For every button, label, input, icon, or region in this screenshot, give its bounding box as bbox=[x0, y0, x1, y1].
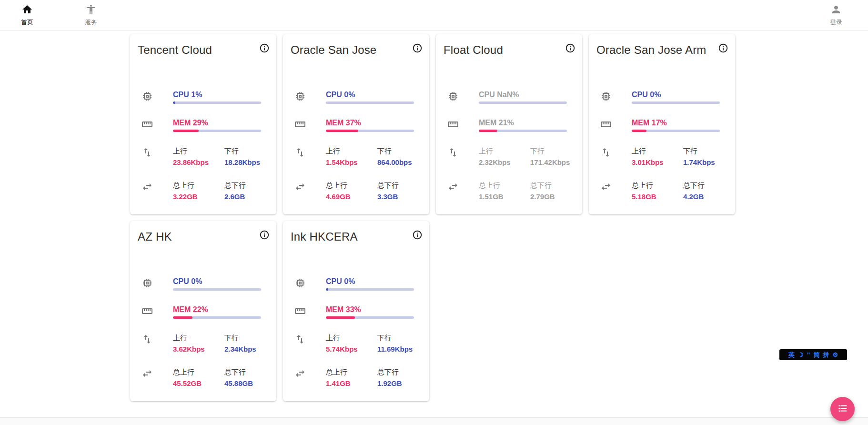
speed-row: 上行 23.86Kbps 下行 18.28Kbps bbox=[141, 147, 261, 166]
total-upload-label: 总上行 bbox=[173, 368, 224, 376]
mem-meter: MEM 29% bbox=[173, 119, 261, 132]
ime-moon-icon[interactable]: ☽ bbox=[798, 352, 804, 358]
ime-english-mode[interactable]: 英 bbox=[788, 352, 795, 358]
server-name: Tencent Cloud bbox=[138, 42, 212, 58]
total-columns: 总上行 4.69GB 总下行 3.3GB bbox=[326, 181, 429, 201]
nav-home-label: 首页 bbox=[21, 18, 33, 27]
nav-left: 首页 服务 bbox=[0, 4, 99, 27]
card-header: Oracle San Jose Arm bbox=[589, 42, 735, 58]
download-speed: 下行 864.00bps bbox=[377, 147, 429, 166]
cpu-progress-bar bbox=[632, 101, 720, 104]
info-icon[interactable] bbox=[412, 230, 423, 240]
memory-ruler-icon bbox=[600, 119, 612, 130]
cpu-progress-bar bbox=[479, 101, 567, 104]
mem-row: MEM 29% bbox=[141, 119, 261, 132]
info-icon[interactable] bbox=[412, 43, 423, 53]
swap-vertical-icon bbox=[294, 147, 306, 158]
total-upload-value: 3.22GB bbox=[173, 193, 224, 201]
ime-toolbar[interactable]: 英 ☽ ’’ 简 拼 ⚙ bbox=[779, 349, 847, 360]
ime-pinyin-mode[interactable]: 拼 bbox=[823, 352, 829, 358]
total-upload-value: 1.51GB bbox=[479, 193, 530, 201]
mem-bar-fill bbox=[479, 130, 497, 132]
upload-speed: 上行 3.01Kbps bbox=[632, 147, 683, 166]
mem-row: MEM 17% bbox=[600, 119, 720, 132]
info-icon[interactable] bbox=[259, 43, 270, 53]
cpu-meter: CPU NaN% bbox=[479, 91, 567, 104]
server-name: AZ HK bbox=[138, 229, 172, 244]
server-card: Float Cloud CPU NaN% bbox=[436, 34, 582, 214]
server-card: AZ HK CPU 0% bbox=[130, 221, 276, 401]
total-download-value: 3.3GB bbox=[377, 193, 429, 201]
nav-login-label: 登录 bbox=[830, 18, 842, 27]
mem-bar-fill bbox=[173, 130, 199, 132]
total-download-label: 总下行 bbox=[530, 181, 582, 190]
mem-progress-bar bbox=[479, 130, 567, 132]
total-upload-label: 总上行 bbox=[326, 368, 377, 376]
info-icon[interactable] bbox=[718, 43, 728, 53]
server-stats: CPU 0% MEM 17% bbox=[589, 91, 735, 201]
total-download: 总下行 4.2GB bbox=[683, 181, 735, 201]
info-icon[interactable] bbox=[259, 230, 270, 240]
mem-usage-label: MEM 33% bbox=[326, 305, 414, 314]
total-upload: 总上行 45.52GB bbox=[173, 368, 224, 387]
cpu-row: CPU 0% bbox=[294, 277, 414, 291]
memory-ruler-icon bbox=[141, 119, 153, 130]
upload-value: 23.86Kbps bbox=[173, 159, 224, 166]
server-list-fab[interactable] bbox=[830, 397, 855, 421]
swap-horizontal-icon bbox=[294, 368, 306, 379]
mem-usage-label: MEM 21% bbox=[479, 119, 567, 127]
download-label: 下行 bbox=[377, 147, 429, 155]
total-row: 总上行 1.51GB 总下行 2.79GB bbox=[447, 181, 567, 201]
total-download-value: 45.88GB bbox=[224, 380, 276, 387]
total-upload: 总上行 5.18GB bbox=[632, 181, 683, 201]
total-row: 总上行 45.52GB 总下行 45.88GB bbox=[141, 368, 261, 387]
upload-value: 3.01Kbps bbox=[632, 159, 683, 166]
swap-horizontal-icon bbox=[141, 368, 153, 379]
total-download-label: 总下行 bbox=[224, 181, 276, 190]
cpu-chip-icon bbox=[141, 91, 153, 102]
total-download: 总下行 1.92GB bbox=[377, 368, 429, 387]
swap-horizontal-icon bbox=[294, 181, 306, 192]
download-speed: 下行 2.34Kbps bbox=[224, 334, 276, 353]
ime-settings-gear-icon[interactable]: ⚙ bbox=[832, 352, 838, 358]
card-header: Float Cloud bbox=[436, 42, 582, 58]
total-download-label: 总下行 bbox=[683, 181, 735, 190]
cpu-usage-label: CPU 0% bbox=[632, 91, 720, 99]
ime-punctuation-mode[interactable]: ’’ bbox=[807, 352, 810, 358]
mem-meter: MEM 33% bbox=[326, 305, 414, 319]
swap-vertical-icon bbox=[141, 147, 153, 158]
upload-label: 上行 bbox=[479, 147, 530, 155]
download-speed: 下行 171.42Kbps bbox=[530, 147, 582, 166]
total-columns: 总上行 1.41GB 总下行 1.92GB bbox=[326, 368, 429, 387]
upload-speed: 上行 3.62Kbps bbox=[173, 334, 224, 353]
mem-row: MEM 21% bbox=[447, 119, 567, 132]
total-columns: 总上行 1.51GB 总下行 2.79GB bbox=[479, 181, 582, 201]
nav-item-services[interactable]: 服务 bbox=[83, 4, 99, 27]
ime-simplified-mode[interactable]: 简 bbox=[813, 352, 819, 358]
person-icon bbox=[830, 4, 842, 17]
mem-progress-bar bbox=[632, 130, 720, 132]
card-header: AZ HK bbox=[130, 229, 276, 244]
mem-bar-fill bbox=[326, 130, 358, 132]
footer bbox=[0, 417, 868, 425]
card-header: Ink HKCERA bbox=[283, 229, 429, 244]
speed-row: 上行 1.54Kbps 下行 864.00bps bbox=[294, 147, 414, 166]
info-icon[interactable] bbox=[565, 43, 575, 53]
swap-horizontal-icon bbox=[141, 181, 153, 192]
speed-columns: 上行 1.54Kbps 下行 864.00bps bbox=[326, 147, 429, 166]
memory-ruler-icon bbox=[141, 305, 153, 317]
server-stats: CPU NaN% MEM 21% bbox=[436, 91, 582, 201]
total-upload-value: 4.69GB bbox=[326, 193, 377, 201]
nav-item-login[interactable]: 登录 bbox=[828, 4, 844, 27]
cpu-usage-label: CPU 1% bbox=[173, 91, 261, 99]
cpu-row: CPU 0% bbox=[141, 277, 261, 291]
nav-item-home[interactable]: 首页 bbox=[19, 4, 35, 27]
cpu-usage-label: CPU 0% bbox=[326, 277, 414, 285]
server-name: Ink HKCERA bbox=[291, 229, 358, 244]
download-value: 11.69Kbps bbox=[377, 345, 429, 353]
mem-progress-bar bbox=[326, 316, 414, 319]
speed-columns: 上行 23.86Kbps 下行 18.28Kbps bbox=[173, 147, 276, 166]
cpu-row: CPU 1% bbox=[141, 91, 261, 104]
mem-meter: MEM 22% bbox=[173, 305, 261, 319]
cpu-chip-icon bbox=[294, 277, 306, 289]
